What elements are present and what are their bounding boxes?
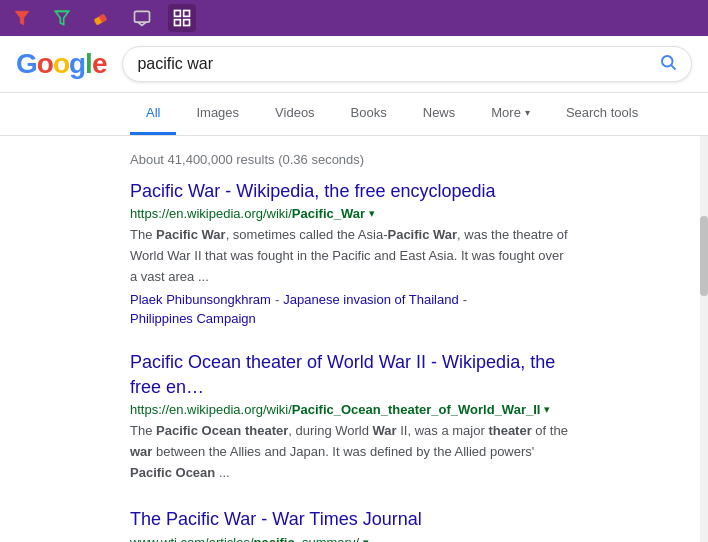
result-link[interactable]: Philippines Campaign xyxy=(130,311,256,326)
result-links: Plaek Phibunsongkhram - Japanese invasio… xyxy=(130,292,570,326)
page-content: About 41,400,000 results (0.36 seconds) … xyxy=(0,136,708,542)
svg-rect-8 xyxy=(175,20,181,26)
results-count: About 41,400,000 results (0.36 seconds) xyxy=(130,142,570,179)
toolbar-icon-grid[interactable] xyxy=(168,4,196,32)
result-snippet: The Pacific Ocean theater, during World … xyxy=(130,421,570,483)
result-title[interactable]: The Pacific War - War Times Journal xyxy=(130,509,422,529)
result-item: Pacific War - Wikipedia, the free encycl… xyxy=(130,179,570,326)
tab-more[interactable]: More ▾ xyxy=(475,93,546,135)
svg-rect-5 xyxy=(135,11,150,22)
result-snippet: The Pacific War, sometimes called the As… xyxy=(130,225,570,287)
result-link[interactable]: Japanese invasion of Thailand xyxy=(283,292,458,307)
result-url-bold: pacific xyxy=(254,535,295,542)
result-url: https://en.wikipedia.org/wiki/Pacific_Wa… xyxy=(130,206,365,221)
svg-rect-9 xyxy=(184,20,190,26)
more-dropdown-arrow: ▾ xyxy=(525,107,530,118)
logo-letter-o1: o xyxy=(37,48,53,79)
result-url-bold: Pacific_War xyxy=(292,206,365,221)
toolbar-icon-comment[interactable] xyxy=(128,4,156,32)
nav-tabs: All Images Videos Books News More ▾ Sear… xyxy=(0,93,708,136)
result-title[interactable]: Pacific War - Wikipedia, the free encycl… xyxy=(130,181,495,201)
toolbar-icon-funnel[interactable] xyxy=(48,4,76,32)
logo-letter-o2: o xyxy=(53,48,69,79)
scrollbar-thumb[interactable] xyxy=(700,216,708,296)
search-button[interactable] xyxy=(659,53,677,75)
logo-letter-l: l xyxy=(85,48,92,79)
result-link-sep: - xyxy=(275,292,279,307)
result-url-prefix: https://en.wikipedia.org/wiki/ xyxy=(130,402,292,417)
result-url-bold: Pacific_Ocean_theater_of_World_War_II xyxy=(292,402,541,417)
result-url-line: www.wtj.com/articles/pacific_summary/ ▾ xyxy=(130,535,570,542)
tab-videos[interactable]: Videos xyxy=(259,93,331,135)
svg-rect-6 xyxy=(175,11,181,17)
tab-news[interactable]: News xyxy=(407,93,472,135)
toolbar xyxy=(0,0,708,36)
tab-books[interactable]: Books xyxy=(335,93,403,135)
svg-marker-0 xyxy=(15,11,28,24)
result-link-sep: - xyxy=(463,292,467,307)
header: Google xyxy=(0,36,708,93)
result-url-dropdown[interactable]: ▾ xyxy=(369,207,375,220)
toolbar-icon-filter[interactable] xyxy=(8,4,36,32)
logo-letter-g1: G xyxy=(16,48,37,79)
result-url: www.wtj.com/articles/pacific_summary/ xyxy=(130,535,359,542)
search-box xyxy=(122,46,692,82)
result-url-prefix: https://en.wikipedia.org/wiki/ xyxy=(130,206,292,221)
result-item: Pacific Ocean theater of World War II - … xyxy=(130,350,570,484)
result-url-dropdown[interactable]: ▾ xyxy=(363,536,369,542)
results-container: About 41,400,000 results (0.36 seconds) … xyxy=(0,136,700,542)
svg-line-11 xyxy=(671,65,675,69)
logo-letter-g2: g xyxy=(69,48,85,79)
result-url-line: https://en.wikipedia.org/wiki/Pacific_Oc… xyxy=(130,402,570,417)
tab-images[interactable]: Images xyxy=(180,93,255,135)
svg-point-10 xyxy=(662,56,673,67)
toolbar-icon-eraser[interactable] xyxy=(88,4,116,32)
scrollbar-track[interactable] xyxy=(700,136,708,542)
svg-rect-7 xyxy=(184,11,190,17)
result-link[interactable]: Plaek Phibunsongkhram xyxy=(130,292,271,307)
tab-search-tools[interactable]: Search tools xyxy=(550,93,654,135)
result-item: The Pacific War - War Times Journal www.… xyxy=(130,507,570,542)
tab-all[interactable]: All xyxy=(130,93,176,135)
logo-letter-e: e xyxy=(92,48,107,79)
result-url: https://en.wikipedia.org/wiki/Pacific_Oc… xyxy=(130,402,540,417)
main-content: About 41,400,000 results (0.36 seconds) … xyxy=(0,136,700,542)
result-url-line: https://en.wikipedia.org/wiki/Pacific_Wa… xyxy=(130,206,570,221)
result-url-dropdown[interactable]: ▾ xyxy=(544,403,550,416)
google-logo[interactable]: Google xyxy=(16,48,106,80)
search-input[interactable] xyxy=(137,55,659,73)
result-title[interactable]: Pacific Ocean theater of World War II - … xyxy=(130,352,555,397)
svg-marker-1 xyxy=(55,11,68,24)
